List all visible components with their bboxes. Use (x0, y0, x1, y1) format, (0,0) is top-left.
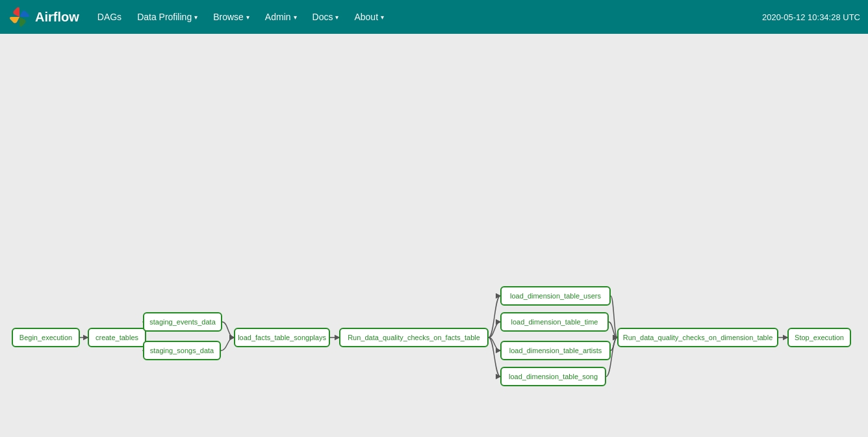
nav-docs-chevron: ▾ (335, 14, 338, 21)
nav-browse[interactable]: Browse ▾ (205, 8, 257, 26)
nav-about-chevron: ▾ (381, 14, 384, 21)
dag-edge (611, 338, 617, 351)
logo-area: Airflow (8, 5, 79, 29)
dag-node-load_dimension_table_time[interactable]: load_dimension_table_time (500, 312, 609, 332)
nav-data-profiling-chevron: ▾ (194, 14, 198, 21)
logo-text: Airflow (35, 10, 79, 25)
dag-canvas: Begin_executioncreate_tablesstaging_even… (0, 34, 868, 437)
dag-edge (222, 322, 234, 338)
dag-node-Begin_execution[interactable]: Begin_execution (12, 328, 80, 347)
dag-edge (489, 338, 500, 377)
dag-node-load_dimension_table_song[interactable]: load_dimension_table_song (500, 367, 606, 386)
dag-node-load_dimension_table_users[interactable]: load_dimension_table_users (500, 286, 611, 306)
dag-edge (489, 322, 500, 338)
dag-edge (489, 338, 500, 351)
dag-node-Run_data_quality_checks_on_dimension_table[interactable]: Run_data_quality_checks_on_dimension_tab… (617, 328, 778, 347)
navbar: Airflow DAGs Data Profiling ▾ Browse ▾ A… (0, 0, 868, 34)
dag-node-load_facts_table_songplays[interactable]: load_facts_table_songplays (234, 328, 330, 347)
nav-admin-chevron: ▾ (294, 14, 297, 21)
airflow-logo-icon (8, 5, 31, 29)
dag-node-Stop_execution[interactable]: Stop_execution (787, 328, 851, 347)
dag-node-staging_songs_data[interactable]: staging_songs_data (143, 341, 221, 360)
dag-node-staging_events_data[interactable]: staging_events_data (143, 312, 222, 332)
nav-about-label: About (354, 12, 378, 22)
nav-docs-label: Docs (313, 12, 333, 22)
nav-data-profiling-label: Data Profiling (137, 12, 192, 22)
nav-admin[interactable]: Admin ▾ (257, 8, 305, 26)
dag-node-load_dimension_table_artists[interactable]: load_dimension_table_artists (500, 341, 611, 360)
nav-browse-label: Browse (213, 12, 244, 22)
nav-docs[interactable]: Docs ▾ (305, 8, 347, 26)
dag-edge (489, 296, 500, 338)
nav-about[interactable]: About ▾ (346, 8, 392, 26)
nav-dags[interactable]: DAGs (90, 8, 129, 26)
nav-browse-chevron: ▾ (246, 14, 249, 21)
dag-node-Run_data_quality_checks_on_facts_table[interactable]: Run_data_quality_checks_on_facts_table (339, 328, 489, 347)
dag-node-create_tables[interactable]: create_tables (88, 328, 146, 347)
datetime: 2020-05-12 10:34:28 UTC (762, 12, 860, 22)
dag-svg (0, 34, 868, 437)
dag-edge (609, 322, 617, 338)
dag-edge (221, 338, 234, 351)
nav-data-profiling[interactable]: Data Profiling ▾ (129, 8, 205, 26)
dag-edge (611, 296, 617, 338)
nav-dags-label: DAGs (97, 12, 121, 22)
nav-admin-label: Admin (265, 12, 291, 22)
